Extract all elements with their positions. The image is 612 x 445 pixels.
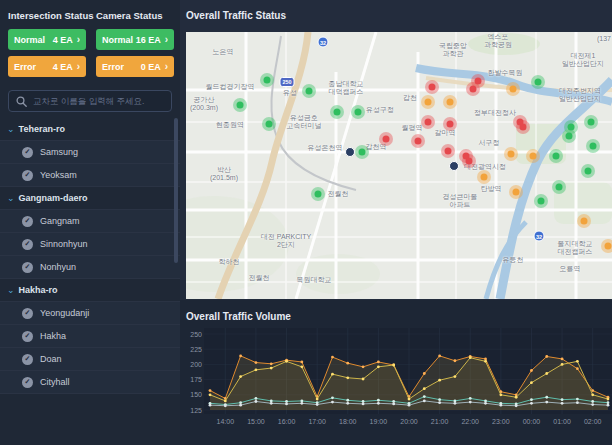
sidebar: Intersection Status Camera Status Normal… bbox=[0, 0, 180, 445]
error-label: Error bbox=[102, 62, 124, 72]
intersection-normal-button[interactable]: Normal 4 EA › bbox=[8, 29, 86, 50]
tree-item-gangnam[interactable]: ✓Gangnam bbox=[0, 210, 180, 233]
tree-item-yeoksam[interactable]: ✓Yeoksam bbox=[0, 164, 180, 187]
chevron-right-icon: › bbox=[77, 35, 80, 45]
intersection-marker-warning[interactable] bbox=[601, 239, 612, 253]
tree-item-doan[interactable]: ✓Doan bbox=[0, 348, 180, 371]
tree-group-label: Hakha-ro bbox=[19, 285, 58, 295]
check-circle-icon: ✓ bbox=[22, 331, 33, 342]
chevron-right-icon: › bbox=[165, 35, 168, 45]
tree-item-label: Yeoksam bbox=[40, 170, 77, 180]
tree-group-hakha-ro[interactable]: ⌄Hakha-ro bbox=[0, 279, 180, 302]
intersection-marker-normal[interactable] bbox=[311, 187, 325, 201]
intersection-marker-normal[interactable] bbox=[330, 105, 344, 119]
intersection-marker-normal[interactable] bbox=[302, 84, 316, 98]
map-place-label: 유성구청 bbox=[366, 106, 394, 114]
intersection-tree: ⌄Teheran-ro✓Samsung✓Yeoksam⌄Gangnam-daer… bbox=[0, 118, 180, 394]
status-panels: Intersection Status Camera Status Normal… bbox=[0, 0, 180, 83]
intersection-marker-warning[interactable] bbox=[443, 95, 457, 109]
intersection-marker-warning[interactable] bbox=[509, 185, 523, 199]
map-road-badge bbox=[449, 161, 459, 171]
intersection-marker-normal[interactable] bbox=[262, 117, 276, 131]
tree-item-samsung[interactable]: ✓Samsung bbox=[0, 141, 180, 164]
tree-group-label: Gangnam-daero bbox=[19, 193, 88, 203]
svg-text:175: 175 bbox=[190, 376, 202, 383]
map-place-label: 서구청 bbox=[479, 139, 500, 147]
map-road-badge: 32 bbox=[534, 231, 545, 242]
intersection-marker-error[interactable] bbox=[421, 115, 435, 129]
traffic-volume-chart[interactable]: 12515017520022525014:0015:0016:0017:0018… bbox=[180, 328, 612, 432]
svg-text:125: 125 bbox=[190, 407, 202, 414]
intersection-marker-error[interactable] bbox=[411, 134, 425, 148]
chevron-right-icon: › bbox=[77, 62, 80, 72]
map-place-label: 노은역 bbox=[213, 48, 234, 56]
intersection-marker-normal[interactable] bbox=[534, 194, 548, 208]
tree-item-label: Doan bbox=[40, 354, 62, 364]
error-count: 0 EA bbox=[141, 62, 161, 72]
intersection-marker-error[interactable] bbox=[441, 144, 455, 158]
intersection-marker-normal[interactable] bbox=[351, 105, 365, 119]
tree-item-sinnonhyun[interactable]: ✓Sinnonhyun bbox=[0, 233, 180, 256]
chevron-down-icon: ⌄ bbox=[7, 125, 15, 133]
map-place-label: 오룡역 bbox=[560, 265, 581, 273]
intersection-marker-normal[interactable] bbox=[233, 98, 247, 112]
intersection-error-button[interactable]: Error 4 EA › bbox=[8, 56, 86, 77]
map-road-badge: 250 bbox=[280, 77, 295, 87]
tree-item-hakha[interactable]: ✓Hakha bbox=[0, 325, 180, 348]
map-place-label: 대전제1 일반산업단지 bbox=[562, 52, 604, 68]
map-road-badge bbox=[345, 147, 355, 157]
map-place-label: 유등천 bbox=[503, 256, 524, 264]
map-place-label: 을지대학교 대전캠퍼스 bbox=[558, 240, 593, 256]
normal-count: 16 EA bbox=[136, 35, 161, 45]
map-place-label: 공가산 (200.3m) bbox=[190, 96, 218, 112]
main-content: Overall Traffic Status bbox=[180, 0, 612, 445]
tree-item-label: Nonhyun bbox=[40, 262, 76, 272]
tree-group-gangnam-daero[interactable]: ⌄Gangnam-daero bbox=[0, 187, 180, 210]
map-place-label: 정부대전청사 bbox=[474, 109, 516, 117]
intersection-marker-error[interactable] bbox=[425, 80, 439, 94]
intersection-marker-error[interactable] bbox=[462, 154, 476, 168]
svg-text:20:00: 20:00 bbox=[400, 418, 418, 425]
intersection-marker-normal[interactable] bbox=[549, 149, 563, 163]
intersection-marker-warning[interactable] bbox=[526, 149, 540, 163]
intersection-marker-normal[interactable] bbox=[355, 145, 369, 159]
intersection-marker-warning[interactable] bbox=[421, 95, 435, 109]
svg-text:225: 225 bbox=[190, 346, 202, 353]
intersection-marker-error[interactable] bbox=[516, 120, 530, 134]
map-place-label: 경성큰마을 아파트 bbox=[443, 193, 478, 209]
scrollbar-thumb[interactable] bbox=[174, 118, 178, 263]
intersection-marker-normal[interactable] bbox=[562, 129, 576, 143]
search-input[interactable] bbox=[33, 96, 164, 106]
map-base bbox=[186, 32, 612, 299]
tree-item-cityhall[interactable]: ✓Cityhall bbox=[0, 371, 180, 394]
normal-label: Normal bbox=[102, 35, 133, 45]
camera-normal-button[interactable]: Normal 16 EA › bbox=[96, 29, 174, 50]
intersection-marker-error[interactable] bbox=[443, 117, 457, 131]
tree-item-nonhyun[interactable]: ✓Nonhyun bbox=[0, 256, 180, 279]
intersection-marker-normal[interactable] bbox=[581, 164, 595, 178]
intersection-marker-normal[interactable] bbox=[586, 139, 600, 153]
svg-text:18:00: 18:00 bbox=[339, 418, 357, 425]
tree-item-yeongudanji[interactable]: ✓Yeongudanji bbox=[0, 302, 180, 325]
intersection-marker-normal[interactable] bbox=[584, 115, 598, 129]
map-place-label: 유성온천역 bbox=[308, 144, 343, 152]
intersection-marker-error[interactable] bbox=[379, 132, 393, 146]
chart-panel-title: Overall Traffic Volume bbox=[186, 311, 291, 322]
intersection-marker-normal[interactable] bbox=[531, 75, 545, 89]
intersection-search bbox=[8, 90, 172, 112]
tree-item-label: Gangnam bbox=[40, 216, 80, 226]
intersection-marker-normal[interactable] bbox=[552, 180, 566, 194]
tree-item-label: Sinnonhyun bbox=[40, 239, 88, 249]
intersection-marker-warning[interactable] bbox=[577, 214, 591, 228]
camera-error-button[interactable]: Error 0 EA › bbox=[96, 56, 174, 77]
traffic-map[interactable]: 노은역월드컵경기장역유성충남대학교 대덕캠퍼스유성구청공가산 (200.3m)현… bbox=[186, 32, 612, 299]
map-place-label: 대전주변지역 일반산업단지 bbox=[559, 87, 601, 103]
intersection-marker-warning[interactable] bbox=[477, 170, 491, 184]
intersection-marker-warning[interactable] bbox=[506, 82, 520, 96]
svg-text:02:00: 02:00 bbox=[584, 418, 602, 425]
map-place-label: 한밭수목원 bbox=[488, 69, 523, 77]
intersection-marker-warning[interactable] bbox=[504, 147, 518, 161]
tree-group-teheran-ro[interactable]: ⌄Teheran-ro bbox=[0, 118, 180, 141]
intersection-marker-error[interactable] bbox=[471, 74, 485, 88]
intersection-marker-normal[interactable] bbox=[260, 73, 274, 87]
